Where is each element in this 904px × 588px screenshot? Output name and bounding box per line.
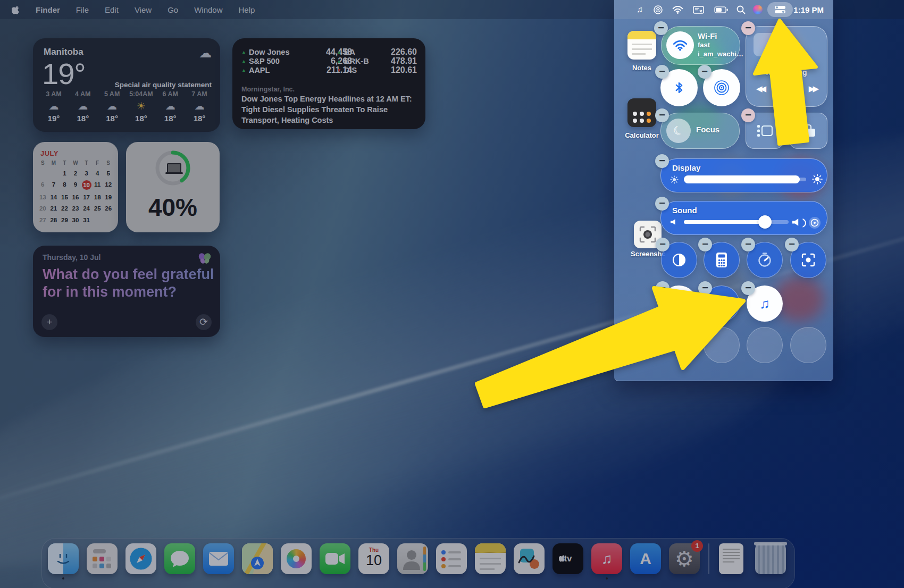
- remove-airdrop-button[interactable]: −: [698, 65, 712, 79]
- display-label: Display: [672, 163, 700, 172]
- remove-accessibility-button[interactable]: −: [656, 238, 669, 251]
- remove-wifi-button[interactable]: −: [654, 21, 668, 35]
- dock-contacts-icon[interactable]: [397, 543, 428, 574]
- calendar-cell: [92, 216, 103, 224]
- remove-timer-button[interactable]: −: [741, 238, 755, 251]
- apple-menu-icon[interactable]: [12, 5, 20, 14]
- dock-finder-icon[interactable]: [48, 543, 79, 574]
- screen-mirroring-status-icon[interactable]: [653, 4, 663, 15]
- music-status-icon[interactable]: ♫: [634, 4, 645, 15]
- calendar-cell: 7: [48, 181, 60, 189]
- dock-settings-icon[interactable]: ⚙ 1: [669, 543, 700, 574]
- dock-appletv-icon[interactable]: tv: [553, 543, 583, 574]
- remove-music-recognition-button[interactable]: −: [741, 281, 755, 295]
- calendar-cell: 23: [70, 205, 81, 213]
- remove-screen-mirroring-button[interactable]: −: [785, 108, 799, 122]
- dock-notes-icon[interactable]: [475, 543, 506, 574]
- remove-stage-manager-button[interactable]: −: [741, 108, 755, 122]
- brightness-low-icon: [670, 175, 679, 184]
- forward-button[interactable]: ▶▶: [809, 84, 817, 94]
- menu-item-finder[interactable]: Finder: [36, 5, 60, 14]
- menu-item-view[interactable]: View: [135, 5, 152, 14]
- notes-app-icon[interactable]: [627, 31, 656, 60]
- input-source-status-icon[interactable]: [693, 4, 704, 15]
- remove-bluetooth-button[interactable]: −: [655, 65, 669, 79]
- weather-widget[interactable]: Manitoba 19° ☁ Special air quality state…: [33, 38, 220, 132]
- dock-freeform-icon[interactable]: [514, 543, 545, 574]
- calendar-cell: [103, 216, 114, 224]
- play-button[interactable]: ▶: [784, 84, 789, 94]
- timer-icon: [757, 252, 773, 268]
- remove-calculator-button[interactable]: −: [698, 238, 712, 251]
- dock-document-icon[interactable]: [719, 543, 743, 574]
- menu-bar-clock[interactable]: 1:19 PM: [793, 5, 824, 14]
- sound-volume-fill: [684, 220, 764, 224]
- remove-screen-capture-button[interactable]: −: [785, 238, 799, 251]
- night-rain-icon: ☁: [69, 100, 97, 113]
- dock-music-icon[interactable]: ♫: [591, 543, 622, 574]
- remove-display-button[interactable]: −: [655, 154, 669, 168]
- wifi-network-detail: i_am_wachi…: [698, 49, 743, 58]
- dock-maps-icon[interactable]: [242, 543, 273, 574]
- wifi-module[interactable]: Wi-Fi fast i_am_wachi…: [661, 26, 740, 65]
- wifi-status-icon[interactable]: [672, 4, 683, 15]
- focus-toggle[interactable]: ☾: [666, 119, 691, 143]
- ghost-control-slot: [790, 327, 826, 363]
- dock-reminders-icon[interactable]: [436, 543, 467, 574]
- remove-now-playing-button[interactable]: −: [741, 21, 755, 35]
- calculator-app-icon[interactable]: [627, 98, 656, 127]
- desktop-screen: Finder File Edit View Go Window Help Man…: [0, 0, 904, 588]
- laptop-icon: [167, 163, 181, 173]
- weather-alert: Special air quality statement: [115, 81, 212, 89]
- battery-status-icon[interactable]: [714, 4, 729, 15]
- dock-trash-icon[interactable]: [755, 543, 786, 574]
- dock-photos-icon[interactable]: [281, 543, 312, 574]
- control-center-status-icon[interactable]: [775, 4, 785, 15]
- now-playing-module[interactable]: Not Playing ◀◀ ▶ ▶▶: [746, 26, 827, 107]
- display-module: Display: [660, 158, 827, 192]
- dock-messages-icon[interactable]: [164, 543, 195, 574]
- wifi-title: Wi-Fi: [698, 31, 743, 40]
- menu-item-file[interactable]: File: [76, 5, 89, 14]
- stage-manager-icon: [757, 124, 773, 138]
- calculator-app-label: Calculator: [619, 131, 665, 139]
- wifi-toggle[interactable]: [666, 31, 694, 59]
- sound-module: Sound: [660, 201, 827, 235]
- spotlight-search-icon[interactable]: [736, 4, 746, 15]
- journal-add-button[interactable]: +: [41, 314, 57, 330]
- dock-calendar-icon[interactable]: Thu 10: [358, 543, 389, 574]
- calendar-widget[interactable]: JULY S M T W T F S 1 2 3 4 5 6 7 8 9 10 …: [33, 142, 118, 232]
- journal-widget[interactable]: Thursday, 10 Jul What do you feel gratef…: [33, 246, 220, 337]
- stocks-headline[interactable]: Dow Jones Top Energy Headlines at 12 AM …: [241, 94, 417, 125]
- journal-refresh-button[interactable]: ⟳: [196, 314, 212, 330]
- siri-status-icon[interactable]: [753, 4, 763, 15]
- journal-prompt: What do you feel grateful for in this mo…: [43, 266, 218, 301]
- dock-apps-icon[interactable]: [87, 543, 118, 574]
- calendar-cell: 5: [103, 170, 114, 178]
- music-notes-icon: ♫: [759, 296, 770, 312]
- dock-mail-icon[interactable]: [203, 543, 234, 574]
- battery-widget[interactable]: 40%: [126, 142, 220, 232]
- bluetooth-icon: [674, 81, 684, 94]
- remove-control-button[interactable]: −: [656, 281, 669, 295]
- sunrise-icon: ☀: [127, 100, 155, 113]
- focus-module[interactable]: ☾ Focus: [660, 113, 740, 149]
- remove-focus-button[interactable]: −: [655, 108, 669, 122]
- calendar-cell: 19: [103, 194, 114, 201]
- dock-safari-icon[interactable]: [125, 543, 156, 574]
- remove-control-button[interactable]: −: [698, 281, 712, 295]
- dock-facetime-icon[interactable]: [320, 543, 350, 574]
- stocks-widget[interactable]: ▲ Dow Jones 44,458 ▲ S&P 500 6,263 ▲ AAP…: [232, 38, 425, 129]
- menu-item-go[interactable]: Go: [168, 5, 178, 14]
- volume-low-icon: [671, 219, 676, 225]
- remove-sound-button[interactable]: −: [655, 197, 669, 211]
- menu-item-help[interactable]: Help: [239, 5, 255, 14]
- up-arrow-icon: ▲: [241, 58, 246, 64]
- rewind-button[interactable]: ◀◀: [756, 84, 764, 94]
- menu-item-edit[interactable]: Edit: [105, 5, 119, 14]
- menu-item-window[interactable]: Window: [194, 5, 222, 14]
- weather-temperature: 19°: [42, 56, 86, 91]
- dock-appstore-icon[interactable]: A: [630, 543, 661, 574]
- calendar-cell: 31: [81, 216, 92, 224]
- sound-volume-knob[interactable]: [758, 215, 772, 229]
